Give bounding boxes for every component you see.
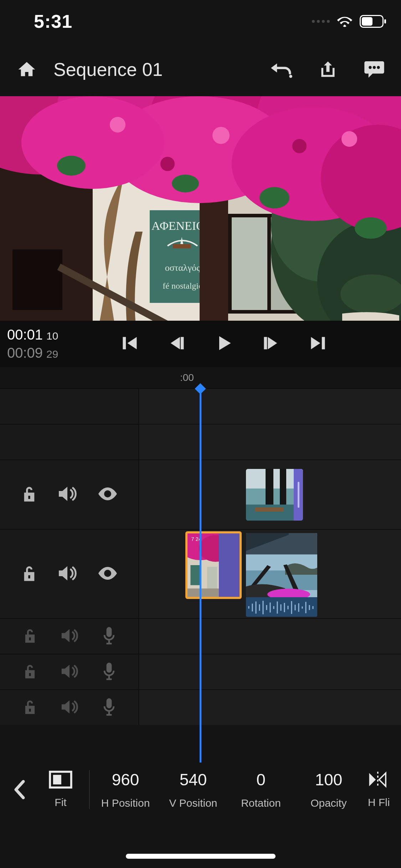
- undo-button[interactable]: [269, 57, 294, 82]
- track-content[interactable]: [139, 424, 401, 460]
- step-forward-icon: [262, 334, 280, 352]
- status-bar: 5:31: [0, 0, 401, 43]
- mute-toggle[interactable]: [61, 699, 78, 716]
- mic-icon: [102, 626, 116, 645]
- voiceover-button[interactable]: [102, 662, 116, 682]
- inspector-label: H Fli: [368, 796, 390, 808]
- svg-rect-51: [266, 469, 273, 510]
- preview-image: ΑΦΕΝΕΙΟΝ οσταλγός fé nostalgic: [0, 96, 401, 321]
- inspector-vpos[interactable]: 540 V Position: [161, 770, 225, 809]
- svg-rect-94: [29, 708, 31, 711]
- unlock-icon: [23, 699, 37, 715]
- svg-rect-44: [180, 337, 184, 350]
- svg-rect-47: [28, 496, 30, 499]
- ruler-tick-label: :00: [180, 372, 194, 383]
- clip-v2[interactable]: [246, 469, 303, 521]
- inspector-label: V Position: [169, 797, 217, 809]
- wifi-icon: [337, 15, 353, 27]
- unlock-icon: [23, 663, 37, 680]
- svg-rect-19: [232, 217, 267, 310]
- timeline[interactable]: 7 24: [0, 388, 401, 763]
- track-content[interactable]: 7 24: [139, 529, 401, 618]
- play-button[interactable]: [215, 334, 233, 354]
- home-indicator[interactable]: [126, 854, 276, 859]
- home-icon: [17, 60, 37, 79]
- volume-icon: [61, 664, 78, 679]
- svg-point-38: [212, 127, 230, 144]
- lock-toggle[interactable]: [21, 485, 37, 504]
- svg-point-3: [289, 75, 292, 78]
- status-right: [312, 15, 387, 28]
- inspector-fit[interactable]: Fit: [36, 771, 86, 808]
- app-titlebar: Sequence 01: [0, 43, 401, 96]
- svg-rect-97: [53, 775, 61, 785]
- inspector-opac[interactable]: 100 Opacity: [297, 770, 361, 809]
- cellular-dots-icon: [312, 20, 330, 23]
- svg-rect-64: [219, 533, 240, 597]
- step-back-icon: [168, 334, 186, 352]
- inspector-label: H Position: [101, 797, 150, 809]
- step-forward-button[interactable]: [262, 334, 280, 354]
- track-content[interactable]: [139, 460, 401, 529]
- battery-icon: [360, 15, 387, 28]
- track-header: [0, 389, 139, 424]
- tc-current-frames: 10: [46, 330, 58, 342]
- svg-rect-91: [106, 627, 112, 637]
- inspector-hpos[interactable]: 960 H Position: [93, 770, 158, 809]
- inspector-value: 540: [180, 770, 207, 789]
- unlock-icon: [21, 564, 37, 582]
- svg-rect-62: [207, 567, 217, 590]
- comments-button[interactable]: [362, 57, 387, 82]
- lock-toggle[interactable]: [21, 564, 37, 584]
- volume-icon: [61, 699, 78, 714]
- mute-toggle[interactable]: [58, 486, 77, 503]
- lock-toggle[interactable]: [23, 627, 37, 645]
- voiceover-button[interactable]: [102, 698, 116, 718]
- svg-text:fé nostalgic: fé nostalgic: [163, 281, 202, 290]
- track-content[interactable]: [139, 389, 401, 424]
- svg-rect-2: [384, 19, 386, 24]
- mute-toggle[interactable]: [61, 628, 78, 645]
- mute-toggle[interactable]: [58, 565, 77, 583]
- track-content[interactable]: [139, 654, 401, 689]
- track-content[interactable]: [139, 690, 401, 725]
- clip-thumbnail: 7 24: [187, 533, 240, 597]
- clip-trim-handle[interactable]: [294, 469, 303, 521]
- transport-bar: 00:01 10 00:09 29: [0, 321, 401, 367]
- mic-icon: [102, 698, 116, 716]
- unlock-icon: [23, 627, 37, 644]
- playhead[interactable]: [200, 388, 201, 763]
- go-to-start-button[interactable]: [120, 334, 139, 354]
- lock-toggle[interactable]: [23, 663, 37, 681]
- svg-rect-52: [280, 469, 286, 508]
- chat-icon: [364, 60, 385, 79]
- clip-inspector: Fit 960 H Position 540 V Position 0 Rota…: [0, 754, 401, 825]
- voiceover-button[interactable]: [102, 626, 116, 646]
- track-content[interactable]: [139, 619, 401, 654]
- inspector-value: 0: [256, 770, 266, 789]
- inspector-back-button[interactable]: [7, 780, 32, 799]
- inspector-rot[interactable]: 0 Rotation: [229, 770, 293, 809]
- svg-point-33: [57, 156, 86, 176]
- go-to-end-button[interactable]: [309, 334, 327, 354]
- preview-monitor[interactable]: ΑΦΕΝΕΙΟΝ οσταλγός fé nostalgic: [0, 96, 401, 321]
- svg-point-56: [106, 572, 109, 575]
- visibility-toggle[interactable]: [98, 487, 118, 502]
- svg-point-48: [106, 492, 109, 496]
- share-icon: [318, 60, 338, 79]
- track-header: [0, 529, 139, 618]
- status-time: 5:31: [34, 11, 72, 32]
- volume-icon: [61, 628, 78, 643]
- volume-icon: [58, 565, 77, 582]
- step-back-button[interactable]: [168, 334, 186, 354]
- export-button[interactable]: [315, 57, 340, 82]
- lock-toggle[interactable]: [23, 699, 37, 717]
- clip-v1-b[interactable]: [246, 533, 317, 617]
- visibility-toggle[interactable]: [98, 566, 118, 582]
- mute-toggle[interactable]: [61, 664, 78, 680]
- inspector-hflip[interactable]: H Fli: [364, 771, 394, 808]
- clip-v1-a[interactable]: 7 24: [185, 531, 242, 599]
- inspector-label: Opacity: [310, 797, 347, 809]
- svg-rect-1: [362, 17, 372, 26]
- home-button[interactable]: [14, 57, 39, 82]
